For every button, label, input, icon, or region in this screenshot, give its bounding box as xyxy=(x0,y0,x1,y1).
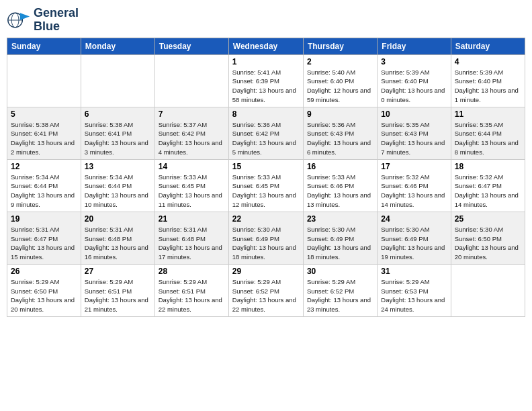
calendar-cell: 6Sunrise: 5:38 AM Sunset: 6:41 PM Daylig… xyxy=(81,107,154,159)
day-info: Sunrise: 5:31 AM Sunset: 6:48 PM Dayligh… xyxy=(85,225,151,262)
calendar-cell: 22Sunrise: 5:30 AM Sunset: 6:49 PM Dayli… xyxy=(228,212,303,264)
page-header: General Blue xyxy=(7,7,525,34)
day-info: Sunrise: 5:35 AM Sunset: 6:44 PM Dayligh… xyxy=(455,120,521,157)
day-number: 11 xyxy=(455,109,521,119)
day-info: Sunrise: 5:31 AM Sunset: 6:48 PM Dayligh… xyxy=(159,225,225,262)
day-info: Sunrise: 5:30 AM Sunset: 6:49 PM Dayligh… xyxy=(381,225,447,262)
calendar-cell: 17Sunrise: 5:32 AM Sunset: 6:46 PM Dayli… xyxy=(378,159,451,212)
day-number: 29 xyxy=(232,267,300,276)
day-number: 6 xyxy=(85,109,151,119)
day-info: Sunrise: 5:36 AM Sunset: 6:43 PM Dayligh… xyxy=(307,120,373,157)
day-number: 5 xyxy=(11,109,77,119)
day-info: Sunrise: 5:29 AM Sunset: 6:51 PM Dayligh… xyxy=(159,277,225,314)
day-number: 23 xyxy=(307,214,373,224)
calendar-cell: 8Sunrise: 5:36 AM Sunset: 6:42 PM Daylig… xyxy=(228,107,303,159)
day-info: Sunrise: 5:29 AM Sunset: 6:51 PM Dayligh… xyxy=(85,277,151,314)
week-row-2: 5Sunrise: 5:38 AM Sunset: 6:41 PM Daylig… xyxy=(7,107,525,159)
day-number: 24 xyxy=(381,214,447,224)
day-number: 8 xyxy=(232,109,300,119)
calendar-cell: 10Sunrise: 5:35 AM Sunset: 6:43 PM Dayli… xyxy=(378,107,451,159)
calendar-cell: 1Sunrise: 5:41 AM Sunset: 6:39 PM Daylig… xyxy=(228,54,303,107)
day-number: 12 xyxy=(11,162,77,171)
calendar-cell: 26Sunrise: 5:29 AM Sunset: 6:50 PM Dayli… xyxy=(7,264,81,316)
week-row-4: 19Sunrise: 5:31 AM Sunset: 6:47 PM Dayli… xyxy=(7,212,525,264)
calendar-cell: 23Sunrise: 5:30 AM Sunset: 6:49 PM Dayli… xyxy=(303,212,377,264)
calendar-cell: 24Sunrise: 5:30 AM Sunset: 6:49 PM Dayli… xyxy=(378,212,451,264)
day-number: 1 xyxy=(232,57,300,66)
calendar-cell: 15Sunrise: 5:33 AM Sunset: 6:45 PM Dayli… xyxy=(228,159,303,212)
day-info: Sunrise: 5:30 AM Sunset: 6:50 PM Dayligh… xyxy=(455,225,521,262)
day-info: Sunrise: 5:29 AM Sunset: 6:53 PM Dayligh… xyxy=(381,277,447,314)
calendar-cell: 3Sunrise: 5:39 AM Sunset: 6:40 PM Daylig… xyxy=(378,54,451,107)
day-info: Sunrise: 5:32 AM Sunset: 6:46 PM Dayligh… xyxy=(381,173,447,210)
day-header-saturday: Saturday xyxy=(451,38,525,54)
day-info: Sunrise: 5:35 AM Sunset: 6:43 PM Dayligh… xyxy=(381,120,447,157)
day-header-sunday: Sunday xyxy=(7,38,81,54)
day-number: 25 xyxy=(455,214,521,224)
day-info: Sunrise: 5:31 AM Sunset: 6:47 PM Dayligh… xyxy=(11,225,77,262)
day-number: 15 xyxy=(232,162,300,171)
calendar-cell: 31Sunrise: 5:29 AM Sunset: 6:53 PM Dayli… xyxy=(378,264,451,316)
day-number: 7 xyxy=(159,109,225,119)
day-header-thursday: Thursday xyxy=(303,38,377,54)
calendar-table: SundayMondayTuesdayWednesdayThursdayFrid… xyxy=(7,38,525,317)
day-info: Sunrise: 5:29 AM Sunset: 6:52 PM Dayligh… xyxy=(232,277,300,314)
day-number: 3 xyxy=(381,57,447,66)
day-number: 22 xyxy=(232,214,300,224)
calendar-cell: 2Sunrise: 5:40 AM Sunset: 6:40 PM Daylig… xyxy=(303,54,377,107)
day-info: Sunrise: 5:33 AM Sunset: 6:45 PM Dayligh… xyxy=(159,173,225,210)
calendar-cell: 21Sunrise: 5:31 AM Sunset: 6:48 PM Dayli… xyxy=(154,212,228,264)
day-info: Sunrise: 5:32 AM Sunset: 6:47 PM Dayligh… xyxy=(455,173,521,210)
day-number: 31 xyxy=(381,267,447,276)
day-number: 10 xyxy=(381,109,447,119)
calendar-cell: 27Sunrise: 5:29 AM Sunset: 6:51 PM Dayli… xyxy=(81,264,154,316)
day-number: 21 xyxy=(159,214,225,224)
day-info: Sunrise: 5:39 AM Sunset: 6:40 PM Dayligh… xyxy=(381,68,447,105)
calendar-cell: 16Sunrise: 5:33 AM Sunset: 6:46 PM Dayli… xyxy=(303,159,377,212)
day-number: 9 xyxy=(307,109,373,119)
logo-icon xyxy=(7,8,31,32)
day-info: Sunrise: 5:29 AM Sunset: 6:52 PM Dayligh… xyxy=(307,277,373,314)
week-row-3: 12Sunrise: 5:34 AM Sunset: 6:44 PM Dayli… xyxy=(7,159,525,212)
logo: General Blue xyxy=(7,7,79,34)
day-number: 30 xyxy=(307,267,373,276)
calendar-cell: 11Sunrise: 5:35 AM Sunset: 6:44 PM Dayli… xyxy=(451,107,525,159)
calendar-cell xyxy=(81,54,154,107)
calendar-cell: 19Sunrise: 5:31 AM Sunset: 6:47 PM Dayli… xyxy=(7,212,81,264)
day-number: 28 xyxy=(159,267,225,276)
day-header-wednesday: Wednesday xyxy=(228,38,303,54)
day-info: Sunrise: 5:37 AM Sunset: 6:42 PM Dayligh… xyxy=(159,120,225,157)
calendar-cell: 29Sunrise: 5:29 AM Sunset: 6:52 PM Dayli… xyxy=(228,264,303,316)
logo-text: General Blue xyxy=(34,7,79,34)
calendar-cell: 30Sunrise: 5:29 AM Sunset: 6:52 PM Dayli… xyxy=(303,264,377,316)
day-info: Sunrise: 5:34 AM Sunset: 6:44 PM Dayligh… xyxy=(11,173,77,210)
day-number: 14 xyxy=(159,162,225,171)
calendar-cell: 18Sunrise: 5:32 AM Sunset: 6:47 PM Dayli… xyxy=(451,159,525,212)
header-row: SundayMondayTuesdayWednesdayThursdayFrid… xyxy=(7,38,525,54)
calendar-cell: 12Sunrise: 5:34 AM Sunset: 6:44 PM Dayli… xyxy=(7,159,81,212)
calendar-cell: 14Sunrise: 5:33 AM Sunset: 6:45 PM Dayli… xyxy=(154,159,228,212)
week-row-5: 26Sunrise: 5:29 AM Sunset: 6:50 PM Dayli… xyxy=(7,264,525,316)
day-info: Sunrise: 5:39 AM Sunset: 6:40 PM Dayligh… xyxy=(455,68,521,105)
day-number: 17 xyxy=(381,162,447,171)
day-number: 27 xyxy=(85,267,151,276)
calendar-cell: 28Sunrise: 5:29 AM Sunset: 6:51 PM Dayli… xyxy=(154,264,228,316)
day-info: Sunrise: 5:38 AM Sunset: 6:41 PM Dayligh… xyxy=(85,120,151,157)
calendar-cell: 5Sunrise: 5:38 AM Sunset: 6:41 PM Daylig… xyxy=(7,107,81,159)
day-number: 26 xyxy=(11,267,77,276)
day-info: Sunrise: 5:33 AM Sunset: 6:46 PM Dayligh… xyxy=(307,173,373,210)
day-number: 20 xyxy=(85,214,151,224)
day-info: Sunrise: 5:30 AM Sunset: 6:49 PM Dayligh… xyxy=(307,225,373,262)
day-info: Sunrise: 5:33 AM Sunset: 6:45 PM Dayligh… xyxy=(232,173,300,210)
day-info: Sunrise: 5:38 AM Sunset: 6:41 PM Dayligh… xyxy=(11,120,77,157)
day-header-tuesday: Tuesday xyxy=(154,38,228,54)
day-number: 19 xyxy=(11,214,77,224)
day-number: 16 xyxy=(307,162,373,171)
week-row-1: 1Sunrise: 5:41 AM Sunset: 6:39 PM Daylig… xyxy=(7,54,525,107)
calendar-cell: 9Sunrise: 5:36 AM Sunset: 6:43 PM Daylig… xyxy=(303,107,377,159)
calendar-cell xyxy=(154,54,228,107)
day-number: 2 xyxy=(307,57,373,66)
day-number: 18 xyxy=(455,162,521,171)
day-info: Sunrise: 5:34 AM Sunset: 6:44 PM Dayligh… xyxy=(85,173,151,210)
day-header-friday: Friday xyxy=(378,38,451,54)
